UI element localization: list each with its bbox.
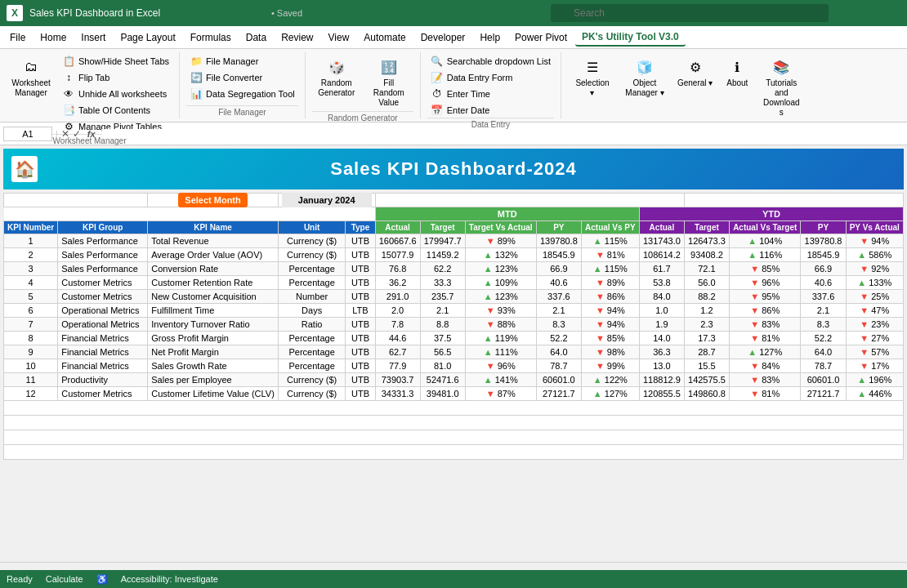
menu-review[interactable]: Review (275, 29, 319, 46)
cell-ytd-avt: ▲ 104% (730, 234, 801, 248)
menu-automate[interactable]: Automate (357, 29, 412, 46)
arrow-down-icon: ▼ (596, 319, 605, 329)
cell-kpi-num: 12 (4, 387, 58, 401)
cell-mtd-actual: 44.6 (375, 332, 420, 345)
cell-ytd-actual: 1.9 (639, 318, 684, 332)
ribbon-btn-file-manager[interactable]: 📁 File Manager (186, 54, 298, 69)
status-accessibility[interactable]: Accessibility: Investigate (121, 574, 218, 584)
cell-mtd-py: 40.6 (536, 276, 581, 290)
ribbon-btn-enter-time[interactable]: ⏱ Enter Time (427, 87, 554, 101)
cell-ytd-pva: ▼ 27% (846, 332, 903, 345)
cell-unit: Percentage (278, 345, 346, 359)
cell-unit: Currency ($) (278, 373, 346, 387)
arrow-up-icon: ▲ (857, 278, 866, 287)
arrow-down-icon: ▼ (486, 361, 495, 371)
worksheet-manager-label: Worksheet Manager (11, 78, 51, 98)
cell-mtd-target: 56.5 (420, 345, 465, 359)
col-ytd-py: PY (801, 221, 846, 234)
cell-mtd-tva: ▼ 87% (465, 387, 536, 401)
cell-ytd-pva: ▼ 92% (846, 262, 903, 276)
cell-mtd-avp: ▼ 85% (581, 332, 639, 345)
selection-icon: ☰ (583, 57, 602, 77)
cell-ytd-avt: ▼ 81% (730, 387, 801, 401)
menu-home[interactable]: Home (34, 29, 73, 46)
menu-formulas[interactable]: Formulas (184, 29, 238, 46)
data-segregation-label: Data Segregation Tool (206, 89, 295, 99)
status-calculate[interactable]: Calculate (46, 574, 83, 584)
cell-mtd-avp: ▲ 115% (581, 262, 639, 276)
cell-mtd-actual: 160667.6 (375, 234, 420, 248)
dashboard-title: Sales KPI Dashboard-2024 (330, 158, 577, 180)
ribbon-btn-data-entry-form[interactable]: 📝 Data Entry Form (427, 70, 554, 85)
cell-mtd-avp: ▼ 81% (581, 248, 639, 262)
ribbon-btn-about[interactable]: ℹ About (721, 54, 753, 91)
cell-kpi-group: Financial Metrics (58, 332, 148, 345)
ribbon-btn-random-generator[interactable]: 🎲 Random Generator (312, 54, 361, 101)
cell-kpi-group: Sales Performance (58, 234, 148, 248)
menu-help[interactable]: Help (473, 29, 507, 46)
cell-unit: Currency ($) (278, 234, 346, 248)
menu-view[interactable]: View (322, 29, 356, 46)
menu-file[interactable]: File (3, 29, 32, 46)
ribbon-btn-general[interactable]: ⚙ General ▾ (672, 54, 717, 91)
cell-unit: Percentage (278, 262, 346, 276)
ribbon-btn-object-manager[interactable]: 🧊 Object Manager ▾ (620, 54, 669, 101)
select-month-button[interactable]: Select Month (178, 193, 247, 207)
horizontal-scrollbar[interactable] (0, 562, 907, 570)
cell-unit: Percentage (278, 332, 346, 345)
ribbon-btn-file-converter[interactable]: 🔄 File Converter (186, 70, 298, 85)
search-input[interactable] (551, 4, 829, 22)
arrow-down-icon: ▼ (596, 305, 605, 315)
cell-type: UTB (346, 318, 375, 332)
arrow-up-icon: ▲ (484, 278, 493, 287)
cell-mtd-tva: ▲ 109% (465, 276, 536, 290)
menu-data[interactable]: Data (239, 29, 273, 46)
selection-label: Selection ▾ (573, 78, 612, 98)
menu-developer[interactable]: Developer (414, 29, 472, 46)
ribbon-btn-worksheet-manager[interactable]: 🗂 Worksheet Manager (7, 54, 56, 101)
arrow-up-icon: ▲ (857, 375, 866, 385)
ribbon-btn-tutorials[interactable]: 📚 Tutorials and Downloads (757, 54, 806, 121)
select-month-row: Select Month January 2024 (4, 194, 904, 207)
arrow-down-icon: ▼ (750, 375, 759, 385)
menu-page-layout[interactable]: Page Layout (114, 29, 181, 46)
cell-type: UTB (346, 332, 375, 345)
cell-kpi-name: Sales Growth Rate (148, 359, 279, 373)
cell-ytd-py: 2.1 (801, 304, 846, 318)
ribbon-btn-unhide-all[interactable]: 👁 Unhide All worksheets (59, 87, 172, 101)
menu-pk-utility[interactable]: PK's Utility Tool V3.0 (575, 29, 686, 47)
ribbon-btn-data-segregation[interactable]: 📊 Data Segregation Tool (186, 87, 298, 101)
ribbon-btn-show-hide-tabs[interactable]: 📋 Show/Hide Sheet Tabs (59, 54, 172, 69)
ribbon-btn-fill-random[interactable]: 🔢 Fill Random Value (364, 54, 413, 111)
cell-unit: Number (278, 290, 346, 304)
cell-type: UTB (346, 387, 375, 401)
cell-ytd-pva: ▼ 25% (846, 290, 903, 304)
cell-type: LTB (346, 304, 375, 318)
cell-kpi-num: 5 (4, 290, 58, 304)
ribbon: 🗂 Worksheet Manager 📋 Show/Hide Sheet Ta… (0, 49, 907, 122)
ribbon-btn-enter-date[interactable]: 📅 Enter Date (427, 103, 554, 118)
menu-insert[interactable]: Insert (74, 29, 112, 46)
cell-ytd-pva: ▼ 17% (846, 359, 903, 373)
formula-input[interactable] (102, 129, 904, 139)
cell-reference[interactable] (3, 127, 52, 141)
cancel-icon[interactable]: ✕ (61, 128, 69, 140)
ribbon-btn-flip-tab[interactable]: ↕ Flip Tab (59, 70, 172, 85)
ribbon-btn-searchable-dropdown[interactable]: 🔍 Searchable dropdown List (427, 54, 554, 69)
formula-bar-divider: | (56, 129, 58, 139)
arrow-down-icon: ▼ (750, 319, 759, 329)
cell-mtd-avp: ▲ 127% (581, 387, 639, 401)
kpi-table: Select Month January 2024 MTD YTD KPI Nu… (3, 193, 904, 460)
status-bar: Ready Calculate ♿ Accessibility: Investi… (0, 570, 907, 588)
cell-kpi-num: 11 (4, 373, 58, 387)
cell-mtd-actual: 76.8 (375, 262, 420, 276)
ribbon-btn-selection[interactable]: ☰ Selection ▾ (568, 54, 617, 101)
cell-mtd-avp: ▼ 94% (581, 318, 639, 332)
menu-power-pivot[interactable]: Power Pivot (508, 29, 574, 46)
file-manager-label: File Manager (206, 56, 258, 66)
confirm-icon[interactable]: ✓ (73, 128, 81, 140)
search-container[interactable]: 🔍 (551, 4, 829, 22)
cell-mtd-tva: ▼ 88% (465, 318, 536, 332)
tutorials-icon: 📚 (771, 57, 791, 77)
ribbon-btn-toc[interactable]: 📑 Table Of Contents (59, 103, 172, 118)
